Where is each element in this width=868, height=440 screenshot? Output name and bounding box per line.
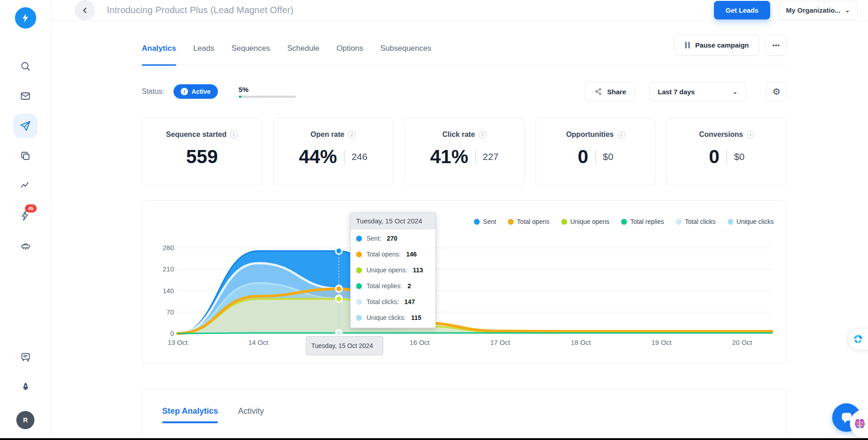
- sidebar-item-inbox[interactable]: [19, 90, 31, 102]
- sidebar-item-templates[interactable]: [19, 150, 31, 162]
- screen-edge: [0, 438, 868, 440]
- sidebar-item-boost[interactable]: 45: [19, 210, 31, 222]
- legend-item-sent[interactable]: Sent: [474, 218, 496, 225]
- status-badge[interactable]: i Active: [174, 84, 218, 99]
- progress-percent: 5%: [239, 86, 296, 93]
- progress-fill: [239, 96, 241, 98]
- share-label: Share: [607, 88, 626, 96]
- bottom-tab-step-analytics[interactable]: Step Analytics: [162, 406, 218, 423]
- info-icon[interactable]: i: [230, 131, 238, 139]
- stat-card-value: 559: [186, 146, 218, 168]
- get-leads-button[interactable]: Get Leads: [714, 1, 771, 19]
- status-row: Status: i Active 5% Share: [142, 79, 787, 104]
- pause-icon: [685, 42, 690, 48]
- butterfly-logo-icon: [851, 332, 865, 347]
- legend-label: Total opens: [517, 218, 550, 225]
- stat-card-value: 41%: [430, 146, 468, 168]
- stat-card-label: Open ratei: [311, 131, 356, 139]
- sidebar-item-ufo[interactable]: [19, 240, 31, 251]
- value-divider: [344, 150, 345, 164]
- sidebar-item-search[interactable]: [19, 60, 31, 72]
- ufo-icon: [20, 240, 31, 251]
- bottom-tab-activity[interactable]: Activity: [238, 406, 264, 423]
- pause-label: Pause campaign: [695, 41, 749, 49]
- legend-label: Unique clicks: [737, 218, 774, 225]
- analytics-chart-card: SentTotal opensUnique opensTotal replies…: [142, 200, 787, 364]
- legend-item-total-replies[interactable]: Total replies: [621, 218, 664, 225]
- info-icon[interactable]: i: [479, 131, 487, 139]
- info-icon[interactable]: i: [747, 131, 754, 139]
- tooltip-series-label: Sent:: [366, 235, 381, 242]
- legend-item-unique-opens[interactable]: Unique opens: [561, 218, 609, 225]
- tooltip-body: Sent:270Total opens:146Unique opens:113T…: [351, 229, 435, 328]
- legend-item-total-clicks[interactable]: Total clicks: [676, 218, 716, 225]
- stat-card-label-text: Click rate: [442, 131, 475, 139]
- pause-campaign-button[interactable]: Pause campaign: [675, 34, 759, 56]
- top-header: Introducing Product Plus (Lead Magnet Of…: [51, 0, 868, 21]
- stat-card-secondary-value: $0: [734, 151, 744, 162]
- tooltip-series-value: 115: [411, 314, 421, 321]
- tooltip-series-label: Unique opens:: [366, 266, 407, 274]
- notification-badge: 45: [25, 204, 37, 213]
- stat-card-label: Conversionsi: [699, 131, 754, 139]
- date-range-dropdown[interactable]: Last 7 days ⌄: [649, 82, 746, 102]
- hover-dot-total-opens: [336, 285, 342, 292]
- share-button[interactable]: Share: [585, 82, 636, 102]
- tooltip-series-value: 147: [405, 298, 415, 305]
- stat-card-value-row: 44%246: [299, 146, 367, 168]
- sidebar-item-campaigns[interactable]: [13, 114, 38, 138]
- stat-card-secondary-value: 227: [483, 151, 499, 162]
- progress-group: 5%: [239, 86, 296, 98]
- tab-options[interactable]: Options: [337, 32, 363, 65]
- tooltip-row: Total opens:146: [356, 251, 430, 258]
- area-chart[interactable]: [178, 246, 772, 337]
- stat-card-value-row: 41%227: [430, 146, 498, 168]
- side-widget-button[interactable]: [847, 328, 868, 350]
- settings-button[interactable]: ⚙: [766, 82, 787, 102]
- more-options-button[interactable]: •••: [766, 34, 787, 56]
- hover-dot-sent: [336, 248, 342, 254]
- tooltip-row: Sent:270: [356, 235, 430, 242]
- chat-lightning-icon: [20, 352, 31, 363]
- y-tick-label: 210: [149, 265, 174, 273]
- stat-card-label-text: Open rate: [311, 131, 345, 139]
- tooltip-series-value: 146: [406, 251, 417, 258]
- legend-item-total-opens[interactable]: Total opens: [508, 218, 550, 225]
- info-icon[interactable]: i: [617, 131, 625, 139]
- date-range-label: Last 7 days: [658, 88, 695, 96]
- user-avatar[interactable]: R: [16, 411, 34, 429]
- legend-label: Sent: [483, 218, 496, 225]
- tab-schedule[interactable]: Schedule: [287, 32, 319, 65]
- stat-card-label: Sequence startedi: [166, 131, 238, 139]
- sidebar-item-rocket[interactable]: [19, 381, 31, 393]
- tab-leads[interactable]: Leads: [193, 32, 214, 65]
- page-title: Introducing Product Plus (Lead Magnet Of…: [107, 5, 294, 15]
- back-button[interactable]: [75, 0, 95, 20]
- chevron-left-icon: [81, 6, 90, 15]
- organization-dropdown[interactable]: My Organizatio... ⌄: [778, 1, 858, 19]
- sidebar-item-feedback[interactable]: [19, 351, 31, 363]
- stat-card-value: 44%: [299, 146, 337, 168]
- stat-card-value: 0: [578, 146, 588, 168]
- y-tick-label: 70: [149, 308, 174, 316]
- chart-legend: SentTotal opensUnique opensTotal replies…: [474, 218, 774, 225]
- tab-sequences[interactable]: Sequences: [231, 32, 270, 65]
- tooltip-series-dot: [356, 236, 362, 242]
- app-logo[interactable]: [15, 7, 36, 29]
- organization-label: My Organizatio...: [786, 6, 840, 14]
- info-icon[interactable]: i: [348, 131, 356, 139]
- status-label: Status:: [142, 87, 164, 96]
- x-tick-label: 14 Oct: [238, 338, 279, 346]
- tooltip-title: Tuesday, 15 Oct 2024: [351, 213, 435, 229]
- sidebar-item-analytics[interactable]: [19, 180, 31, 192]
- tab-subsequences[interactable]: Subsequences: [380, 32, 431, 65]
- tab-analytics[interactable]: Analytics: [142, 32, 176, 65]
- stat-card-label: Click ratei: [442, 131, 486, 139]
- tooltip-series-label: Total opens:: [366, 251, 401, 258]
- legend-item-unique-clicks[interactable]: Unique clicks: [728, 218, 774, 225]
- tooltip-series-label: Unique clicks:: [366, 314, 405, 321]
- value-divider: [726, 150, 727, 164]
- tooltip-series-value: 113: [413, 266, 423, 274]
- header-actions: Get Leads My Organizatio... ⌄: [714, 1, 858, 19]
- brain-icon: [853, 417, 867, 430]
